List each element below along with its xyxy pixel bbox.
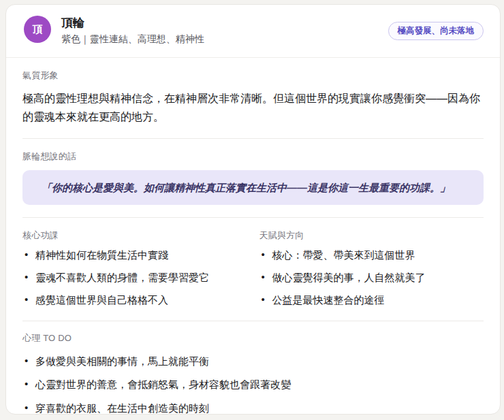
- list-item: 核心：帶愛、帶美來到這個世界: [259, 249, 484, 262]
- list-item: 感覺這個世界與自己格格不入: [22, 294, 247, 307]
- list-item: 精神性如何在物質生活中實踐: [22, 249, 247, 262]
- list-item: 心靈對世界的善意，會抵銷怒氣，身材容貌也會跟著改變: [22, 378, 484, 391]
- chakra-quote: 「你的核心是愛與美。如何讓精神性真正落實在生活中——這是你這一生最重要的功課。」: [22, 170, 484, 205]
- section-label-gifts: 天賦與方向: [259, 229, 484, 242]
- crown-chakra-avatar-icon: 頂: [24, 16, 51, 43]
- gifts-list: 核心：帶愛、帶美來到這個世界 做心靈覺得美的事，人自然就美了 公益是最快速整合的…: [259, 249, 484, 306]
- section-quote: 脈輪想說的話 「你的核心是愛與美。如何讓精神性真正落實在生活中——這是你這一生最…: [6, 139, 500, 217]
- list-item: 靈魂不喜歡人類的身體，需要學習愛它: [22, 272, 247, 285]
- page-subtitle: 紫色｜靈性連結、高理想、精神性: [61, 33, 204, 46]
- section-label-core-lessons: 核心功課: [22, 229, 247, 242]
- chakra-card: 頂 頂輪 紫色｜靈性連結、高理想、精神性 極高發展、尚未落地 氣質形象 極高的靈…: [5, 4, 501, 415]
- section-label-todo: 心理 TO DO: [22, 332, 484, 344]
- column-gifts: 天賦與方向 核心：帶愛、帶美來到這個世界 做心靈覺得美的事，人自然就美了 公益是…: [259, 229, 484, 306]
- status-badge: 極高發展、尚未落地: [388, 22, 484, 40]
- page-title: 頂輪: [61, 16, 204, 30]
- list-item: 多做愛與美相關的事情，馬上就能平衡: [22, 355, 484, 368]
- section-todo: 心理 TO DO 多做愛與美相關的事情，馬上就能平衡 心靈對世界的善意，會抵銷怒…: [6, 321, 500, 415]
- section-temperament: 氣質形象 極高的靈性理想與精神信念，在精神層次非常清晰。但這個世界的現實讓你感覺…: [6, 58, 500, 138]
- list-item: 穿喜歡的衣服、在生活中創造美的時刻: [22, 402, 484, 415]
- temperament-text: 極高的靈性理想與精神信念，在精神層次非常清晰。但這個世界的現實讓你感覺衝突——因…: [22, 89, 484, 126]
- section-label-temperament: 氣質形象: [22, 69, 484, 82]
- list-item: 公益是最快速整合的途徑: [259, 294, 484, 307]
- card-header: 頂 頂輪 紫色｜靈性連結、高理想、精神性 極高發展、尚未落地: [6, 5, 500, 58]
- todo-list: 多做愛與美相關的事情，馬上就能平衡 心靈對世界的善意，會抵銷怒氣，身材容貌也會跟…: [22, 355, 484, 415]
- title-block: 頂輪 紫色｜靈性連結、高理想、精神性: [61, 16, 204, 46]
- section-columns: 核心功課 精神性如何在物質生活中實踐 靈魂不喜歡人類的身體，需要學習愛它 感覺這…: [6, 218, 500, 320]
- core-lessons-list: 精神性如何在物質生活中實踐 靈魂不喜歡人類的身體，需要學習愛它 感覺這個世界與自…: [22, 249, 247, 306]
- list-item: 做心靈覺得美的事，人自然就美了: [259, 272, 484, 285]
- section-label-quote: 脈輪想說的話: [22, 150, 484, 163]
- column-core-lessons: 核心功課 精神性如何在物質生活中實踐 靈魂不喜歡人類的身體，需要學習愛它 感覺這…: [22, 229, 247, 306]
